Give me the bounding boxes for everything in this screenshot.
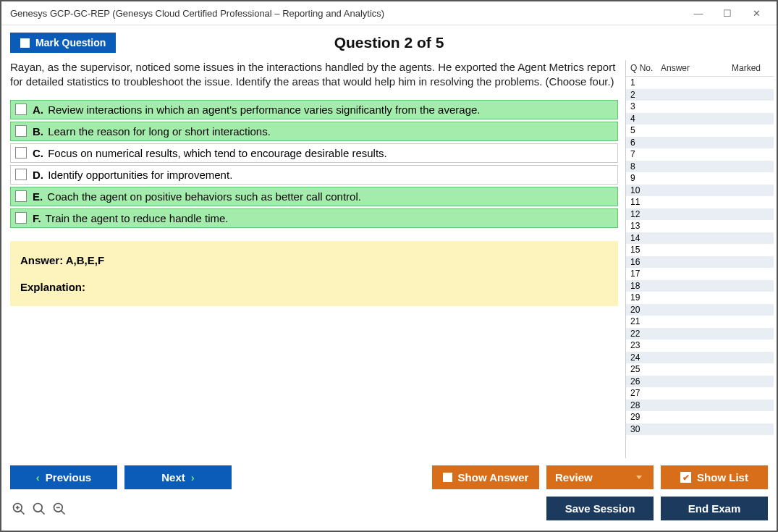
- svg-line-1: [21, 510, 25, 514]
- list-item[interactable]: 13: [626, 220, 774, 232]
- zoom-controls: [10, 502, 67, 516]
- row-qno: 23: [630, 340, 661, 350]
- zoom-in-icon[interactable]: [32, 502, 46, 516]
- header-qno: Q No.: [630, 63, 661, 73]
- list-item[interactable]: 2: [626, 89, 774, 101]
- option-row[interactable]: F. Train the agent to reduce handle time…: [10, 208, 618, 228]
- row-qno: 5: [630, 125, 661, 135]
- show-list-label: Show List: [697, 471, 748, 484]
- row-qno: 13: [630, 221, 661, 231]
- row-qno: 12: [630, 209, 661, 219]
- zoom-reset-icon[interactable]: [12, 502, 26, 516]
- list-item[interactable]: 15: [626, 244, 774, 256]
- mark-question-label: Mark Question: [35, 37, 106, 48]
- list-item[interactable]: 14: [626, 232, 774, 245]
- option-text: Train the agent to reduce handle time.: [46, 212, 229, 224]
- list-item[interactable]: 20: [626, 304, 774, 316]
- mark-question-button[interactable]: Mark Question: [10, 33, 116, 53]
- minimize-icon[interactable]: —: [684, 4, 713, 22]
- row-qno: 7: [630, 149, 661, 159]
- list-item[interactable]: 22: [626, 328, 774, 340]
- titlebar: Genesys GCP-GC-REP (Genesys Cloud Certif…: [1, 1, 777, 25]
- row-qno: 8: [630, 161, 661, 172]
- option-row[interactable]: C. Focus on numerical results, which ten…: [10, 143, 618, 163]
- row-qno: 6: [630, 138, 661, 148]
- list-item[interactable]: 10: [626, 185, 774, 197]
- list-item[interactable]: 19: [626, 292, 774, 304]
- list-item[interactable]: 28: [626, 400, 774, 412]
- checkbox-icon[interactable]: [15, 190, 27, 202]
- row-qno: 15: [630, 245, 661, 255]
- list-item[interactable]: 16: [626, 256, 774, 269]
- save-session-label: Save Session: [565, 502, 635, 515]
- checkbox-icon[interactable]: [15, 169, 27, 180]
- row-qno: 14: [630, 233, 661, 243]
- option-letter: A.: [33, 104, 43, 116]
- maximize-icon[interactable]: ☐: [713, 4, 742, 22]
- option-letter: B.: [33, 125, 43, 138]
- review-label: Review: [555, 471, 593, 484]
- question-counter: Question 2 of 5: [1, 34, 777, 51]
- list-item[interactable]: 29: [626, 411, 774, 423]
- previous-button[interactable]: ‹ Previous: [10, 465, 117, 489]
- window-title: Genesys GCP-GC-REP (Genesys Cloud Certif…: [10, 8, 384, 19]
- list-item[interactable]: 3: [626, 101, 774, 113]
- list-item[interactable]: 7: [626, 148, 774, 161]
- next-button[interactable]: Next ›: [124, 465, 232, 489]
- list-item[interactable]: 27: [626, 387, 774, 400]
- header-answer: Answer: [661, 63, 723, 73]
- option-row[interactable]: D. Identify opportunities for improvemen…: [10, 165, 618, 185]
- chevron-left-icon: ‹: [36, 471, 40, 484]
- checkbox-icon[interactable]: [15, 212, 27, 224]
- save-session-button[interactable]: Save Session: [546, 497, 654, 520]
- option-text: Focus on numerical results, which tend t…: [48, 147, 387, 159]
- footer-row-1: ‹ Previous Next › Show Answer Review ✔ S…: [10, 465, 768, 489]
- option-row[interactable]: E. Coach the agent on positive behaviors…: [10, 187, 618, 206]
- main-area: Rayan, as the supervisor, noticed some i…: [1, 57, 777, 458]
- option-row[interactable]: A. Review interactions in which an agent…: [10, 100, 618, 119]
- row-qno: 16: [630, 257, 661, 267]
- list-item[interactable]: 1: [626, 77, 774, 89]
- list-item[interactable]: 18: [626, 280, 774, 292]
- list-item[interactable]: 24: [626, 352, 774, 364]
- header-marked: Marked: [723, 63, 769, 73]
- list-item[interactable]: 5: [626, 124, 774, 137]
- option-text: Coach the agent on positive behaviors su…: [47, 190, 361, 203]
- end-exam-button[interactable]: End Exam: [661, 497, 768, 520]
- option-letter: F.: [33, 212, 41, 224]
- row-qno: 24: [630, 352, 661, 363]
- list-item[interactable]: 8: [626, 161, 774, 173]
- list-item[interactable]: 9: [626, 172, 774, 185]
- checkbox-icon[interactable]: [15, 104, 27, 115]
- row-qno: 28: [630, 400, 661, 410]
- review-button[interactable]: Review: [546, 465, 654, 489]
- checkbox-icon[interactable]: [15, 147, 27, 159]
- row-qno: 27: [630, 388, 661, 398]
- row-qno: 11: [630, 197, 661, 207]
- list-item[interactable]: 26: [626, 376, 774, 388]
- list-item[interactable]: 4: [626, 113, 774, 125]
- list-item[interactable]: 23: [626, 339, 774, 352]
- header-row: Mark Question Question 2 of 5: [1, 25, 777, 57]
- footer-row-2: Save Session End Exam: [10, 497, 768, 520]
- show-answer-button[interactable]: Show Answer: [432, 465, 539, 489]
- show-list-button[interactable]: ✔ Show List: [661, 465, 768, 489]
- row-qno: 20: [630, 305, 661, 315]
- list-item[interactable]: 30: [626, 423, 774, 436]
- list-item[interactable]: 17: [626, 268, 774, 280]
- previous-label: Previous: [46, 471, 91, 484]
- checkbox-icon[interactable]: [15, 125, 27, 137]
- option-row[interactable]: B. Learn the reason for long or short in…: [10, 122, 618, 141]
- list-item[interactable]: 25: [626, 363, 774, 376]
- checkbox-icon: [443, 473, 452, 482]
- close-icon[interactable]: ✕: [742, 4, 771, 22]
- option-letter: D.: [33, 169, 43, 181]
- row-qno: 1: [630, 77, 661, 88]
- list-item[interactable]: 12: [626, 208, 774, 221]
- list-item[interactable]: 21: [626, 316, 774, 328]
- list-item[interactable]: 6: [626, 137, 774, 149]
- zoom-out-icon[interactable]: [52, 502, 67, 516]
- question-list-body[interactable]: 1234567891011121314151617181920212223242…: [626, 76, 774, 458]
- list-item[interactable]: 11: [626, 196, 774, 208]
- row-qno: 29: [630, 412, 661, 422]
